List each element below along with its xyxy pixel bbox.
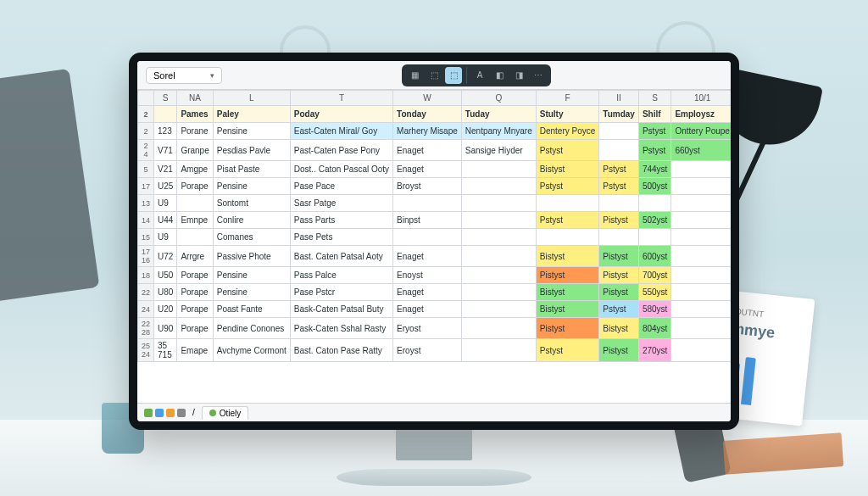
cell[interactable]: Bistyst (536, 246, 599, 267)
header-cell[interactable]: Paley (213, 106, 290, 123)
cell[interactable]: 744yst (638, 161, 670, 178)
cell[interactable]: Pisat Paste (213, 161, 290, 178)
cell[interactable]: Pstyst (599, 301, 639, 318)
cell[interactable] (638, 195, 670, 212)
cell[interactable]: Porape (177, 178, 213, 195)
cell[interactable]: Binpst (393, 212, 462, 229)
cell[interactable] (671, 339, 731, 362)
cell[interactable]: Pstyst (536, 178, 599, 195)
cell[interactable] (671, 246, 731, 267)
cell[interactable] (461, 339, 536, 362)
cell[interactable]: Pensine (213, 284, 290, 301)
column-header[interactable]: S (154, 91, 177, 106)
cell[interactable]: U50 (154, 267, 177, 284)
cell[interactable]: V21 (154, 161, 177, 178)
cell[interactable] (599, 140, 639, 161)
toolbar-btn-4[interactable]: A (471, 67, 488, 84)
document-name-dropdown[interactable]: Sorel ▾ (146, 67, 222, 84)
cell[interactable] (671, 301, 731, 318)
cell[interactable]: Passive Phote (213, 246, 290, 267)
row-header[interactable]: 2 (138, 106, 154, 123)
cell[interactable]: Granpe (177, 140, 213, 161)
cell[interactable]: Enaget (393, 140, 462, 161)
row-header[interactable]: 18 (138, 267, 154, 284)
cell[interactable] (536, 229, 599, 246)
cell[interactable]: Pistyst (536, 267, 599, 284)
cell[interactable]: Conlire (213, 212, 290, 229)
cell[interactable] (393, 195, 462, 212)
toolbar-btn-2[interactable]: ⬚ (426, 67, 442, 84)
cell[interactable]: U44 (154, 212, 177, 229)
row-header[interactable]: 15 (138, 229, 154, 246)
cell[interactable]: Nentpany Mnyare (461, 123, 536, 140)
header-cell[interactable] (154, 106, 177, 123)
cell[interactable]: Sontomt (213, 195, 290, 212)
cell[interactable] (461, 267, 536, 284)
row-header[interactable]: 14 (138, 212, 154, 229)
cell[interactable]: Pass Parts (290, 212, 392, 229)
toolbar-btn-7[interactable]: ⋯ (530, 67, 547, 84)
cell[interactable]: Pistyst (599, 267, 639, 284)
cell[interactable] (671, 318, 731, 339)
cell[interactable] (177, 195, 213, 212)
cell[interactable]: Enaget (393, 301, 462, 318)
cell[interactable]: Pensine (213, 267, 290, 284)
cell[interactable]: Porane (177, 123, 213, 140)
cell[interactable]: U90 (154, 318, 177, 339)
cell[interactable]: U80 (154, 284, 177, 301)
row-header[interactable]: 24 (138, 301, 154, 318)
cell[interactable]: Pase Pace (290, 178, 392, 195)
cell[interactable]: U9 (154, 195, 177, 212)
cell[interactable]: Porape (177, 284, 213, 301)
cell[interactable]: Bistyst (599, 318, 639, 339)
column-header[interactable]: L (213, 91, 290, 106)
cell[interactable]: Porape (177, 318, 213, 339)
cell[interactable]: Pistyst (599, 284, 639, 301)
toolbar-btn-3[interactable]: ⬚ (445, 67, 462, 84)
cell[interactable]: Pstyst (536, 140, 599, 161)
cell[interactable]: Emape (177, 339, 213, 362)
header-cell[interactable]: Pames (177, 106, 213, 123)
row-header[interactable]: 13 (138, 195, 154, 212)
cell[interactable]: Pstyst (599, 161, 639, 178)
cell[interactable] (536, 195, 599, 212)
cell[interactable] (461, 212, 536, 229)
row-header[interactable]: 22 (138, 284, 154, 301)
cell[interactable] (638, 229, 670, 246)
cell[interactable]: Pistyst (536, 318, 599, 339)
cell[interactable]: Pstyst (638, 140, 670, 161)
cell[interactable]: Pstyst (536, 339, 599, 362)
cell[interactable]: Avchyme Cormont (213, 339, 290, 362)
cell[interactable]: Pistyst (599, 212, 639, 229)
toolbar-btn-5[interactable]: ◧ (491, 67, 508, 84)
cell[interactable] (461, 161, 536, 178)
select-all-cell[interactable] (138, 91, 154, 106)
cell[interactable] (177, 229, 213, 246)
cell[interactable]: East-Caten Miral/ Goy (290, 123, 392, 140)
cell[interactable]: Porape (177, 301, 213, 318)
cell[interactable] (599, 229, 639, 246)
cell[interactable]: 123 (154, 123, 177, 140)
cell[interactable] (461, 229, 536, 246)
cell[interactable] (671, 267, 731, 284)
cell[interactable]: 660yst (671, 140, 731, 161)
cell[interactable]: Pesdias Pavle (213, 140, 290, 161)
sheet-tab-active[interactable]: Otiely (202, 406, 249, 420)
cell[interactable]: Pase Pets (290, 229, 392, 246)
row-header[interactable]: 2228 (138, 318, 154, 339)
spreadsheet-viewport[interactable]: SNALTWQFIIS10/1 2PamesPaleyPodayTondayTu… (137, 90, 731, 403)
cell[interactable]: Comanes (213, 229, 290, 246)
cell[interactable]: Bistyst (536, 284, 599, 301)
cell[interactable]: Amgpe (177, 161, 213, 178)
cell[interactable]: Pistyst (599, 339, 639, 362)
cell[interactable] (671, 195, 731, 212)
cell[interactable]: Porape (177, 267, 213, 284)
cell[interactable]: Eryost (393, 318, 462, 339)
cell[interactable]: 550yst (638, 284, 670, 301)
header-cell[interactable]: Tuday (461, 106, 536, 123)
cell[interactable]: U25 (154, 178, 177, 195)
row-header[interactable]: 1716 (138, 246, 154, 267)
cell[interactable]: Marhery Misape (393, 123, 462, 140)
cell[interactable]: Onttery Poupe (671, 123, 731, 140)
cell[interactable]: Pendine Conones (213, 318, 290, 339)
